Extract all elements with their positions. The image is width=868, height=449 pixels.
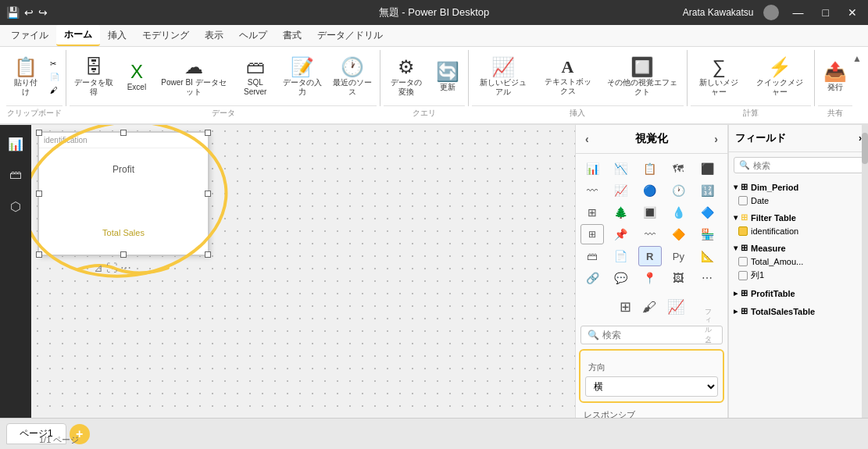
- viz-icon-treemap[interactable]: 📈: [609, 180, 633, 201]
- other-visuals-button[interactable]: 🔲 その他の視覚エフェクト: [601, 55, 684, 100]
- field-group-header-profit-table[interactable]: ▸ ⊞ ProfitTable: [732, 286, 865, 301]
- viz-icon-slicer[interactable]: 📌: [609, 224, 633, 244]
- fields-search-input[interactable]: [753, 161, 858, 170]
- viz-icon-area[interactable]: 📋: [638, 159, 662, 179]
- viz-icon-pin[interactable]: 📍: [638, 268, 662, 288]
- refresh-button[interactable]: 🔄 更新: [430, 59, 465, 95]
- menu-item-home[interactable]: ホーム: [56, 25, 100, 46]
- viz-icon-kpi[interactable]: 🔶: [666, 224, 690, 244]
- viz-icon-r[interactable]: R: [638, 246, 662, 266]
- col1-checkbox[interactable]: [738, 271, 748, 280]
- excel-button[interactable]: X Excel: [120, 59, 154, 95]
- viz-icon-shape[interactable]: 〰: [638, 224, 662, 244]
- date-checkbox[interactable]: [738, 196, 748, 205]
- save-icon[interactable]: 💾: [6, 6, 20, 19]
- format-fields-icon[interactable]: ⊞: [617, 296, 634, 318]
- recent-sources-button[interactable]: 🕐 最近のソース: [328, 55, 377, 100]
- enter-data-button[interactable]: 📝 データの入力: [278, 55, 327, 100]
- visual-card[interactable]: identification Profit Total Sales: [38, 131, 209, 256]
- direction-select[interactable]: 横 縦: [585, 376, 718, 397]
- ribbon-collapse-button[interactable]: ▲: [852, 53, 862, 64]
- redo-icon[interactable]: ↪: [38, 6, 48, 19]
- viz-icon-more[interactable]: ⋯: [695, 268, 719, 288]
- field-item-date[interactable]: Date: [732, 194, 865, 207]
- text-box-button[interactable]: A テキストボックス: [536, 55, 599, 99]
- selection-handle-mr[interactable]: [205, 191, 211, 197]
- total-amou-checkbox[interactable]: [738, 257, 748, 266]
- field-item-col1[interactable]: 列1: [732, 268, 865, 283]
- viz-icon-decomp[interactable]: 🏪: [695, 224, 719, 244]
- format-painter-button[interactable]: 🖌: [47, 84, 63, 96]
- selection-handle-bm[interactable]: [120, 251, 127, 258]
- viz-icon-funnel[interactable]: 🌲: [609, 202, 633, 223]
- field-group-header-measure[interactable]: ▾ ⊞ Measure: [732, 241, 865, 255]
- identification-checkbox[interactable]: [738, 226, 748, 236]
- format-paint-icon[interactable]: 🖌: [640, 297, 659, 318]
- menu-item-data-drill[interactable]: データ／ドリル: [309, 26, 391, 45]
- viz-icon-map[interactable]: 🗺: [666, 159, 690, 179]
- visual-filter-icon[interactable]: ⊿: [94, 262, 103, 274]
- transform-data-button[interactable]: ⚙ データの変換: [384, 55, 428, 100]
- viz-icon-combo[interactable]: 〰: [580, 180, 604, 201]
- viz-icon-arc[interactable]: 📐: [695, 246, 719, 266]
- menu-item-view[interactable]: 表示: [197, 26, 231, 45]
- viz-icon-link[interactable]: 🔗: [580, 268, 604, 288]
- viz-icon-text[interactable]: 💬: [609, 268, 633, 288]
- report-view-button[interactable]: 📊: [3, 131, 28, 156]
- undo-icon[interactable]: ↩: [24, 6, 34, 19]
- copy-button[interactable]: 📄: [47, 71, 63, 83]
- viz-icon-card[interactable]: ⊞: [580, 202, 604, 223]
- viz-icon-donut[interactable]: 🕐: [666, 180, 690, 201]
- viz-icon-qna[interactable]: 🗃: [580, 246, 604, 266]
- viz-search-input[interactable]: [602, 330, 720, 340]
- field-group-header-filter-table[interactable]: ▾ ⊞ Filter Table: [732, 210, 865, 225]
- new-visual-button[interactable]: 📈 新しいビジュアル: [472, 55, 535, 100]
- powerbi-dataset-button[interactable]: ☁ Power BI データセット: [155, 55, 232, 100]
- menu-item-modeling[interactable]: モデリング: [134, 26, 197, 45]
- minimize-button[interactable]: —: [788, 5, 809, 20]
- viz-icon-paginated[interactable]: 📄: [609, 246, 633, 266]
- viz-panel-back-arrow[interactable]: ‹: [584, 131, 591, 147]
- field-item-total-amou[interactable]: Total_Amou...: [732, 255, 865, 268]
- format-analytics-icon[interactable]: 📈: [665, 296, 687, 318]
- viz-icon-line[interactable]: 📉: [609, 159, 633, 179]
- viz-icon-bar[interactable]: 📊: [580, 159, 604, 179]
- selection-handle-tr[interactable]: [205, 130, 211, 136]
- maximize-button[interactable]: □: [818, 5, 834, 20]
- selection-handle-tl[interactable]: [36, 130, 42, 136]
- selection-handle-ml[interactable]: [36, 191, 42, 197]
- field-item-identification[interactable]: identification: [732, 225, 865, 237]
- menu-item-insert[interactable]: 挿入: [100, 26, 134, 45]
- sql-button[interactable]: 🗃 SQL Server: [234, 55, 277, 100]
- viz-icon-ribbon[interactable]: 🔷: [695, 202, 719, 223]
- viz-icon-scatter[interactable]: ⬛: [695, 159, 719, 179]
- new-measure-button[interactable]: ∑ 新しいメジャー: [691, 55, 747, 100]
- viz-icon-python[interactable]: Py: [666, 246, 690, 266]
- close-button[interactable]: ✕: [843, 5, 862, 20]
- field-group-header-total-sales-table[interactable]: ▸ ⊞ TotalSalesTable: [732, 304, 865, 319]
- paste-button[interactable]: 📋 貼り付け: [6, 55, 45, 100]
- publish-button[interactable]: 📤 発行: [818, 59, 852, 95]
- field-group-header-dim-period[interactable]: ▾ ⊞ Dim_Period: [732, 180, 865, 194]
- selection-handle-tm[interactable]: [120, 130, 127, 136]
- viz-icon-pie[interactable]: 🔵: [638, 180, 662, 201]
- menu-item-file[interactable]: ファイル: [3, 26, 56, 45]
- user-avatar[interactable]: [763, 5, 779, 20]
- canvas-area[interactable]: identification Profit Total Sales ⊿ ⛶: [31, 125, 649, 418]
- selection-handle-br[interactable]: [205, 251, 211, 258]
- visual-focus-icon[interactable]: ⛶: [106, 262, 117, 274]
- viz-icon-image[interactable]: 🖼: [666, 268, 690, 288]
- cut-button[interactable]: ✂: [47, 58, 63, 69]
- viz-icon-waterfall[interactable]: 💧: [666, 202, 690, 223]
- get-data-button[interactable]: 🗄 データを取得: [70, 55, 118, 100]
- quick-measure-button[interactable]: ⚡ クイックメジャー: [748, 55, 811, 100]
- right-panel-scrollbar[interactable]: [862, 125, 868, 418]
- model-view-button[interactable]: ⬡: [3, 194, 28, 219]
- menu-item-format[interactable]: 書式: [275, 26, 309, 45]
- viz-panel-forward-arrow[interactable]: ›: [713, 131, 720, 147]
- viz-search-box[interactable]: 🔍: [580, 326, 723, 344]
- viz-icon-table[interactable]: ⊞: [580, 224, 604, 244]
- viz-icon-gauge[interactable]: 🔳: [638, 202, 662, 223]
- scrollbar-thumb[interactable]: [862, 133, 868, 164]
- menu-item-help[interactable]: ヘルプ: [231, 26, 275, 45]
